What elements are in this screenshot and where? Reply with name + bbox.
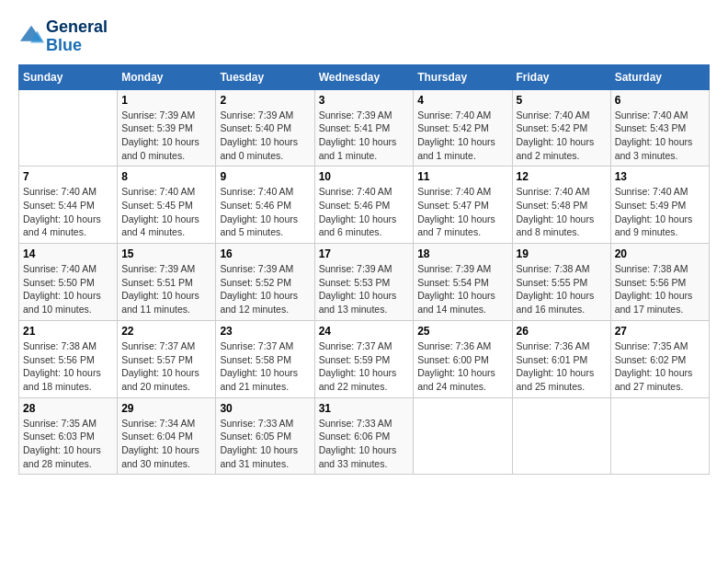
day-info: Sunrise: 7:37 AM Sunset: 5:59 PM Dayligh…	[319, 339, 410, 394]
day-cell	[610, 397, 709, 475]
day-cell: 13Sunrise: 7:40 AM Sunset: 5:49 PM Dayli…	[610, 167, 709, 244]
day-cell: 8Sunrise: 7:40 AM Sunset: 5:45 PM Daylig…	[118, 167, 216, 244]
day-number: 24	[319, 325, 410, 338]
day-number: 30	[220, 402, 310, 415]
day-number: 14	[23, 247, 113, 260]
day-number: 29	[121, 402, 211, 415]
day-cell: 5Sunrise: 7:40 AM Sunset: 5:42 PM Daylig…	[512, 89, 610, 167]
week-row-4: 21Sunrise: 7:38 AM Sunset: 5:56 PM Dayli…	[19, 320, 710, 397]
day-number: 25	[417, 325, 507, 338]
day-number: 10	[319, 170, 410, 183]
day-cell: 29Sunrise: 7:34 AM Sunset: 6:04 PM Dayli…	[118, 397, 216, 475]
day-cell: 7Sunrise: 7:40 AM Sunset: 5:44 PM Daylig…	[19, 167, 118, 244]
day-cell: 25Sunrise: 7:36 AM Sunset: 6:00 PM Dayli…	[414, 320, 512, 397]
day-info: Sunrise: 7:40 AM Sunset: 5:43 PM Dayligh…	[615, 109, 705, 163]
week-row-3: 14Sunrise: 7:40 AM Sunset: 5:50 PM Dayli…	[19, 244, 710, 321]
day-info: Sunrise: 7:40 AM Sunset: 5:50 PM Dayligh…	[23, 262, 113, 316]
day-info: Sunrise: 7:39 AM Sunset: 5:52 PM Dayligh…	[220, 262, 310, 316]
day-cell	[414, 397, 512, 475]
day-info: Sunrise: 7:39 AM Sunset: 5:54 PM Dayligh…	[417, 262, 507, 316]
day-cell	[512, 397, 610, 475]
day-number: 3	[319, 94, 410, 107]
day-cell	[19, 89, 118, 167]
header-cell-saturday: Saturday	[610, 64, 709, 89]
day-cell: 26Sunrise: 7:36 AM Sunset: 6:01 PM Dayli…	[512, 320, 610, 397]
day-info: Sunrise: 7:39 AM Sunset: 5:53 PM Dayligh…	[319, 262, 410, 316]
day-number: 26	[517, 325, 607, 338]
day-info: Sunrise: 7:33 AM Sunset: 6:05 PM Dayligh…	[220, 417, 310, 471]
day-number: 20	[615, 247, 705, 260]
day-info: Sunrise: 7:39 AM Sunset: 5:41 PM Dayligh…	[319, 109, 410, 163]
day-number: 21	[23, 325, 113, 338]
day-info: Sunrise: 7:40 AM Sunset: 5:42 PM Dayligh…	[517, 109, 607, 163]
day-cell: 9Sunrise: 7:40 AM Sunset: 5:46 PM Daylig…	[216, 167, 314, 244]
day-number: 31	[319, 402, 410, 415]
week-row-5: 28Sunrise: 7:35 AM Sunset: 6:03 PM Dayli…	[19, 397, 710, 475]
week-row-2: 7Sunrise: 7:40 AM Sunset: 5:44 PM Daylig…	[19, 167, 710, 244]
header-cell-monday: Monday	[118, 64, 216, 89]
day-cell: 19Sunrise: 7:38 AM Sunset: 5:55 PM Dayli…	[512, 244, 610, 321]
day-cell: 20Sunrise: 7:38 AM Sunset: 5:56 PM Dayli…	[610, 244, 709, 321]
day-cell: 21Sunrise: 7:38 AM Sunset: 5:56 PM Dayli…	[19, 320, 118, 397]
day-number: 5	[517, 94, 607, 107]
day-number: 9	[220, 170, 310, 183]
logo-text: General Blue	[46, 18, 108, 55]
day-number: 13	[615, 170, 705, 183]
day-cell: 6Sunrise: 7:40 AM Sunset: 5:43 PM Daylig…	[610, 89, 709, 167]
header-cell-friday: Friday	[512, 64, 610, 89]
day-cell: 23Sunrise: 7:37 AM Sunset: 5:58 PM Dayli…	[216, 320, 314, 397]
day-info: Sunrise: 7:40 AM Sunset: 5:44 PM Dayligh…	[23, 185, 113, 239]
week-row-1: 1Sunrise: 7:39 AM Sunset: 5:39 PM Daylig…	[19, 89, 710, 167]
day-info: Sunrise: 7:40 AM Sunset: 5:47 PM Dayligh…	[417, 185, 507, 239]
day-number: 16	[220, 247, 310, 260]
day-info: Sunrise: 7:38 AM Sunset: 5:55 PM Dayligh…	[517, 262, 607, 316]
day-cell: 22Sunrise: 7:37 AM Sunset: 5:57 PM Dayli…	[118, 320, 216, 397]
day-info: Sunrise: 7:40 AM Sunset: 5:42 PM Dayligh…	[417, 109, 507, 163]
day-number: 8	[121, 170, 211, 183]
day-number: 22	[121, 325, 211, 338]
day-info: Sunrise: 7:39 AM Sunset: 5:51 PM Dayligh…	[121, 262, 211, 316]
day-cell: 24Sunrise: 7:37 AM Sunset: 5:59 PM Dayli…	[314, 320, 414, 397]
day-cell: 11Sunrise: 7:40 AM Sunset: 5:47 PM Dayli…	[414, 167, 512, 244]
calendar-body: 1Sunrise: 7:39 AM Sunset: 5:39 PM Daylig…	[19, 89, 710, 475]
day-info: Sunrise: 7:40 AM Sunset: 5:46 PM Dayligh…	[319, 185, 410, 239]
day-number: 28	[23, 402, 113, 415]
day-number: 23	[220, 325, 310, 338]
day-number: 15	[121, 247, 211, 260]
day-number: 1	[121, 94, 211, 107]
calendar-header: SundayMondayTuesdayWednesdayThursdayFrid…	[19, 64, 710, 89]
day-number: 17	[319, 247, 410, 260]
day-cell: 31Sunrise: 7:33 AM Sunset: 6:06 PM Dayli…	[314, 397, 414, 475]
day-info: Sunrise: 7:38 AM Sunset: 5:56 PM Dayligh…	[615, 262, 705, 316]
logo-icon	[18, 24, 44, 50]
header-row: SundayMondayTuesdayWednesdayThursdayFrid…	[19, 64, 710, 89]
day-info: Sunrise: 7:39 AM Sunset: 5:39 PM Dayligh…	[121, 109, 211, 163]
day-number: 4	[417, 94, 507, 107]
day-info: Sunrise: 7:35 AM Sunset: 6:02 PM Dayligh…	[615, 339, 705, 394]
calendar-table: SundayMondayTuesdayWednesdayThursdayFrid…	[18, 64, 710, 476]
day-number: 7	[23, 170, 113, 183]
header-cell-thursday: Thursday	[414, 64, 512, 89]
day-info: Sunrise: 7:37 AM Sunset: 5:58 PM Dayligh…	[220, 339, 310, 394]
day-info: Sunrise: 7:40 AM Sunset: 5:46 PM Dayligh…	[220, 185, 310, 239]
logo-line2: Blue	[46, 37, 108, 55]
day-cell: 2Sunrise: 7:39 AM Sunset: 5:40 PM Daylig…	[216, 89, 314, 167]
day-number: 18	[417, 247, 507, 260]
day-info: Sunrise: 7:36 AM Sunset: 6:01 PM Dayligh…	[517, 339, 607, 394]
day-info: Sunrise: 7:33 AM Sunset: 6:06 PM Dayligh…	[319, 417, 410, 471]
page-header: General Blue	[18, 18, 710, 55]
day-cell: 17Sunrise: 7:39 AM Sunset: 5:53 PM Dayli…	[314, 244, 414, 321]
day-info: Sunrise: 7:38 AM Sunset: 5:56 PM Dayligh…	[23, 339, 113, 394]
day-number: 6	[615, 94, 705, 107]
day-cell: 14Sunrise: 7:40 AM Sunset: 5:50 PM Dayli…	[19, 244, 118, 321]
day-number: 11	[417, 170, 507, 183]
day-number: 12	[517, 170, 607, 183]
day-info: Sunrise: 7:40 AM Sunset: 5:48 PM Dayligh…	[517, 185, 607, 239]
day-cell: 18Sunrise: 7:39 AM Sunset: 5:54 PM Dayli…	[414, 244, 512, 321]
logo: General Blue	[18, 18, 108, 55]
day-cell: 27Sunrise: 7:35 AM Sunset: 6:02 PM Dayli…	[610, 320, 709, 397]
day-cell: 10Sunrise: 7:40 AM Sunset: 5:46 PM Dayli…	[314, 167, 414, 244]
day-cell: 3Sunrise: 7:39 AM Sunset: 5:41 PM Daylig…	[314, 89, 414, 167]
day-cell: 1Sunrise: 7:39 AM Sunset: 5:39 PM Daylig…	[118, 89, 216, 167]
day-info: Sunrise: 7:39 AM Sunset: 5:40 PM Dayligh…	[220, 109, 310, 163]
